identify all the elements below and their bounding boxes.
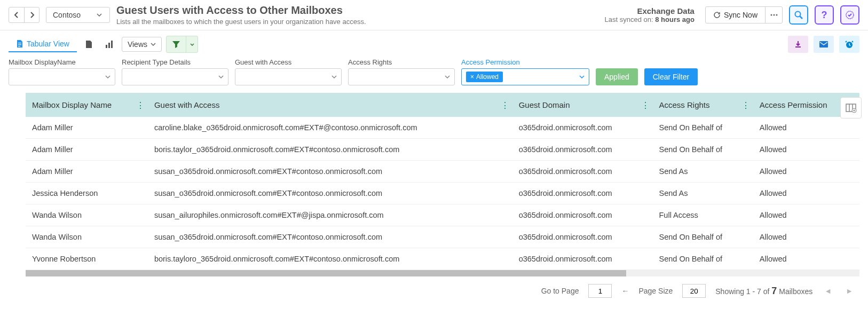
column-header[interactable]: Access Rights⋮ [653,93,753,117]
svg-rect-6 [18,43,21,43]
table-row[interactable]: Adam Millerboris.taylor_o365droid.onmicr… [26,139,859,161]
table-cell: Allowed [753,161,859,183]
table-cell: Jessica Henderson [26,183,148,204]
nav-back[interactable] [9,7,24,22]
chart-icon [105,39,114,49]
table-row[interactable]: Wanda Wilsonsusan_o365droid.onmicrosoft.… [26,226,859,248]
audit-button[interactable] [840,5,859,25]
chevron-down-icon [151,43,156,46]
goto-page-input[interactable] [588,284,612,298]
table-row[interactable]: Jessica Hendersonsusan_o365droid.onmicro… [26,183,859,204]
svg-point-1 [773,14,775,16]
pager-prev[interactable]: ◄ [822,287,834,295]
table-row[interactable]: Wanda Wilsonsusan_ailurophiles.onmicroso… [26,204,859,226]
column-menu-icon[interactable]: ⋮ [136,100,145,110]
column-header[interactable]: Mailbox Display Name⋮ [26,93,148,117]
column-header[interactable]: Guest with Access⋮ [148,93,512,117]
svg-point-3 [795,12,801,17]
filter-label-guest: Guest with Access [235,58,342,66]
tabular-view-tab[interactable]: Tabular View [9,36,77,52]
check-badge-icon [845,10,855,20]
filter-select-permission[interactable]: × Allowed [461,68,589,85]
filter-button[interactable] [167,36,186,52]
filter-chip-allowed: × Allowed [466,72,503,82]
table-cell: o365droid.onmicrosoft.com [512,161,653,183]
clock-icon [845,39,854,49]
table-cell: Send On Behalf of [653,117,753,139]
table-cell: Yvonne Robertson [26,248,148,270]
table-cell: Adam Miller [26,161,148,183]
table-row[interactable]: Adam Millercaroline.blake_o365droid.onmi… [26,117,859,139]
table-cell: Send As [653,161,753,183]
svg-rect-10 [108,43,110,48]
funnel-icon [172,40,180,49]
sync-now-more[interactable] [765,7,782,23]
page-size-input[interactable] [682,284,706,298]
filter-select-recipient[interactable] [122,68,228,85]
svg-line-4 [800,17,803,19]
svg-rect-7 [18,44,21,45]
table-cell: Allowed [753,117,859,139]
column-menu-icon[interactable]: ⋮ [501,100,509,110]
filter-select-rights[interactable] [348,68,455,85]
horizontal-scrollbar[interactable] [26,270,859,276]
title-block: Guest Users with Access to Other Mailbox… [116,4,366,26]
column-menu-icon[interactable]: ⋮ [741,100,750,110]
page-size-label: Page Size [638,287,673,295]
table-cell: Allowed [753,139,859,161]
download-icon [794,40,802,49]
global-search-button[interactable] [789,5,808,25]
table-cell: Send On Behalf of [653,226,753,248]
table-cell: boris.taylor_o365droid.onmicrosoft.com#E… [148,139,512,161]
mail-button[interactable] [814,36,834,53]
sync-now-button[interactable]: Sync Now [706,7,765,23]
table-cell: susan_o365droid.onmicrosoft.com#EXT#cont… [148,226,512,248]
export-tool[interactable] [81,36,97,52]
clear-filter-button[interactable]: Clear Filter [644,68,698,85]
table-cell: susan_ailurophiles.onmicrosoft.com#EXT#@… [148,204,512,226]
chart-tool[interactable] [101,36,117,52]
schedule-button[interactable] [839,36,859,53]
applied-button[interactable]: Applied [596,68,638,85]
goto-page-label: Go to Page [541,287,579,295]
tenant-select[interactable]: Contoso [46,7,110,23]
table-cell: Full Access [653,204,753,226]
table-cell: Send As [653,183,753,204]
page-subtitle: Lists all the mailboxes to which the gue… [116,18,366,26]
column-menu-icon[interactable]: ⋮ [641,100,650,110]
export-icon [84,39,94,49]
pager-next[interactable]: ► [843,287,855,295]
table-row[interactable]: Yvonne Robertsonboris.tayloro_365droid.o… [26,248,859,270]
table-cell: Send On Behalf of [653,139,753,161]
column-header[interactable]: Guest Domain⋮ [512,93,653,117]
columns-icon [845,102,857,114]
download-button[interactable] [788,36,808,53]
sync-status: Exchange Data Last synced on: 8 hours ag… [605,6,695,23]
filter-select-guest[interactable] [235,68,342,85]
help-icon: ? [822,10,827,21]
views-dropdown[interactable]: Views [122,37,162,52]
goto-page-go[interactable]: ← [621,287,629,295]
table-cell: caroline.blake_o365droid.onmicrosoft.com… [148,117,512,139]
chevron-down-icon [97,13,102,17]
table-cell: Adam Miller [26,139,148,161]
nav-forward[interactable] [24,7,39,22]
chevron-down-icon [190,43,194,46]
chip-remove[interactable]: × [470,73,474,81]
table-cell: boris.tayloro_365droid.onmicrosoft.com#E… [148,248,512,270]
mail-icon [819,41,828,48]
table-row[interactable]: Adam Millersusan_o365droid.onmicrosoft.c… [26,161,859,183]
chevron-down-icon [218,75,224,78]
filter-select-mailbox[interactable] [9,68,115,85]
table-cell: Allowed [753,183,859,204]
filter-dropdown[interactable] [186,36,198,52]
filter-label-rights: Access Rights [348,58,455,66]
filter-label-permission: Access Permission [461,58,589,66]
table-cell: Wanda Wilson [26,226,148,248]
nav-arrows [9,7,40,23]
svg-point-2 [776,14,777,16]
chevron-down-icon [332,75,337,78]
refresh-icon [713,11,721,19]
column-settings-button[interactable] [840,97,862,118]
help-button[interactable]: ? [815,5,834,25]
